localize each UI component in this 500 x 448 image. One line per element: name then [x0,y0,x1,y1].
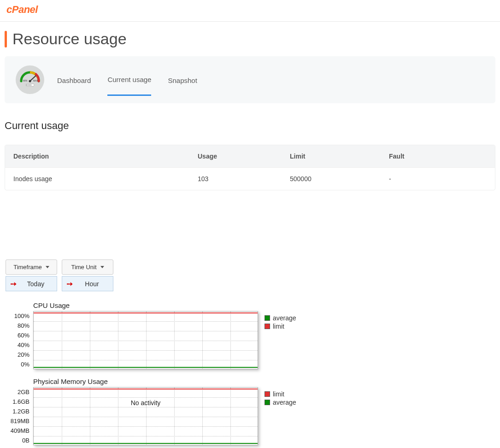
y-tick: 819MB [5,416,29,426]
swatch-red-icon [265,324,270,329]
y-axis: 2GB 1.6GB 1.2GB 819MB 409MB 0B [5,387,33,445]
title-accent [5,31,7,47]
y-tick: 0% [5,360,29,369]
timeunit-label: Time Unit [71,264,96,271]
no-activity-label: No activity [34,399,258,407]
svg-text:MIN: MIN [23,79,28,82]
chart-cpu-usage: CPU Usage 100% 80% 60% 40% 20% 0% [5,301,495,369]
limit-line [34,312,258,313]
cell-fault: - [389,175,487,183]
chart-memory-usage: Physical Memory Usage 2GB 1.6GB 1.2GB 81… [5,377,495,445]
chart-canvas [33,311,258,369]
caret-down-icon [100,266,104,268]
swatch-red-icon [265,391,270,397]
cpanel-logo: cPanel [6,4,494,16]
legend-label: limit [273,390,284,398]
cell-description: Inodes usage [13,175,198,183]
tab-dashboard[interactable]: Dashboard [57,65,91,95]
col-header-description: Description [13,153,198,160]
page-title: Resource usage [12,30,127,48]
svg-rect-4 [26,84,34,86]
col-header-fault: Fault [389,153,487,160]
gauge-icon: MIN MAX [16,65,44,94]
legend-average: average [265,398,296,407]
chart-legend: average limit [265,311,296,330]
y-tick: 60% [5,330,29,340]
tab-current-usage[interactable]: Current usage [107,64,151,96]
arrow-icon: ➚ [8,278,19,289]
charts-area: CPU Usage 100% 80% 60% 40% 20% 0% [5,301,495,445]
y-tick: 2GB [5,387,29,397]
chart-title: Physical Memory Usage [33,377,495,385]
y-tick: 409MB [5,426,29,436]
chart-canvas: No activity [33,387,258,445]
col-header-limit: Limit [290,153,389,160]
swatch-green-icon [265,400,270,405]
average-line [34,367,258,368]
topbar: cPanel [0,0,500,22]
timeframe-value-box[interactable]: ➚ Today [6,276,57,291]
svg-text:MAX: MAX [33,79,39,82]
timeframe-value: Today [19,280,52,288]
y-tick: 40% [5,340,29,350]
table-row: Inodes usage 103 500000 - [5,167,495,190]
table-header-row: Description Usage Limit Fault [5,145,495,167]
y-tick: 1.2GB [5,407,29,416]
legend-limit: limit [265,322,296,330]
y-tick: 1.6GB [5,397,29,407]
y-tick: 80% [5,321,29,330]
chart-controls: Timeframe Time Unit ➚ Today ➚ Hour [6,259,495,291]
timeunit-dropdown[interactable]: Time Unit [62,259,113,275]
tabs: Dashboard Current usage Snapshot [57,64,197,96]
page-title-wrap: Resource usage [5,30,495,48]
limit-line [34,389,258,389]
tab-snapshot[interactable]: Snapshot [168,65,197,95]
tab-bar: MIN MAX Dashboard Current usage Snapshot [5,56,495,103]
legend-label: average [273,398,296,407]
chart-legend: limit average [265,387,296,407]
y-axis: 100% 80% 60% 40% 20% 0% [5,311,33,369]
timeunit-value: Hour [76,280,108,288]
usage-table: Description Usage Limit Fault Inodes usa… [5,145,495,190]
timeunit-value-box[interactable]: ➚ Hour [62,276,113,291]
legend-label: limit [273,322,284,330]
timeframe-dropdown[interactable]: Timeframe [6,259,57,275]
caret-down-icon [46,266,49,268]
timeframe-label: Timeframe [13,264,42,271]
legend-limit: limit [265,390,296,398]
y-tick: 100% [5,311,29,321]
average-line [34,443,258,444]
arrow-icon: ➚ [65,278,75,289]
legend-average: average [265,314,296,322]
y-tick: 20% [5,350,29,360]
cell-limit: 500000 [290,175,389,183]
section-title: Current usage [5,120,495,132]
chart-title: CPU Usage [33,301,495,309]
cell-usage: 103 [198,175,290,183]
swatch-green-icon [265,315,270,321]
svg-point-3 [29,80,31,83]
legend-label: average [273,314,296,322]
y-tick: 0B [5,436,29,445]
col-header-usage: Usage [198,153,290,160]
